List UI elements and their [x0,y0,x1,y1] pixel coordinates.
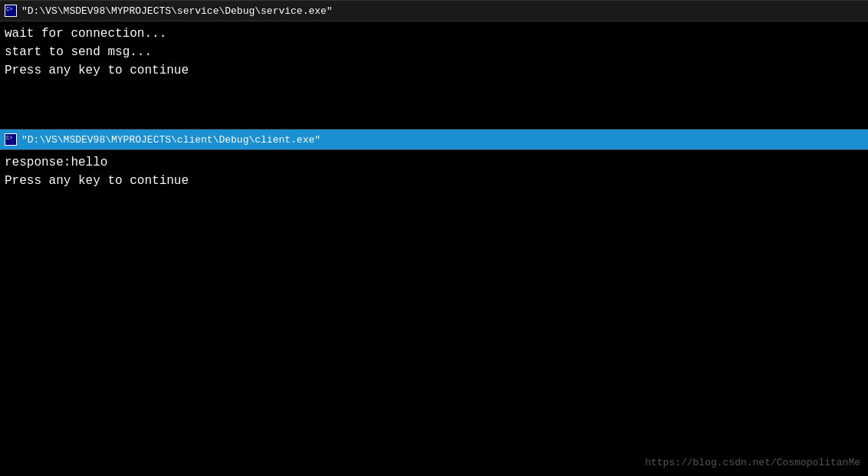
service-window-icon [5,5,17,17]
client-window-icon [5,133,17,146]
service-line-2: start to send msg... [5,43,863,61]
service-line-1: wait for connection... [5,25,863,43]
client-titlebar[interactable]: "D:\VS\MSDEV98\MYPROJECTS\client\Debug\c… [0,129,868,150]
client-line-1: response:hello [5,153,863,172]
client-title-text: "D:\VS\MSDEV98\MYPROJECTS\client\Debug\c… [21,134,321,146]
service-window: "D:\VS\MSDEV98\MYPROJECTS\service\Debug\… [0,0,868,83]
service-line-3: Press any key to continue [5,61,863,80]
client-content: response:hello Press any key to continue [0,150,868,457]
watermark-text: https://blog.csdn.net/CosmopolitanMe [645,457,860,468]
client-line-2: Press any key to continue [5,172,863,190]
service-title-text: "D:\VS\MSDEV98\MYPROJECTS\service\Debug\… [21,5,333,17]
client-window: "D:\VS\MSDEV98\MYPROJECTS\client\Debug\c… [0,129,868,457]
service-titlebar[interactable]: "D:\VS\MSDEV98\MYPROJECTS\service\Debug\… [0,0,868,21]
service-content: wait for connection... start to send msg… [0,21,868,83]
